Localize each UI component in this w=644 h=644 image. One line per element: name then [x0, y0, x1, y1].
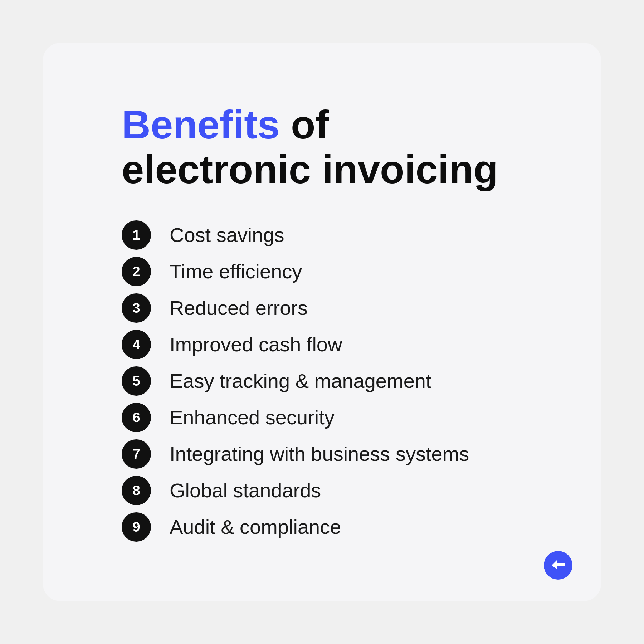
list-item: 3Reduced errors	[122, 293, 522, 323]
list-item: 4Improved cash flow	[122, 330, 522, 359]
item-label: Improved cash flow	[170, 332, 342, 358]
page-title: Benefits of electronic invoicing	[122, 102, 522, 192]
item-label: Time efficiency	[170, 259, 302, 285]
number-badge: 3	[122, 293, 151, 323]
number-badge: 9	[122, 512, 151, 542]
number-badge: 2	[122, 257, 151, 286]
item-label: Enhanced security	[170, 405, 335, 431]
title-highlight: Benefits	[122, 102, 280, 147]
item-label: Global standards	[170, 478, 321, 504]
number-badge: 5	[122, 366, 151, 396]
number-badge: 6	[122, 403, 151, 432]
list-item: 7Integrating with business systems	[122, 439, 522, 469]
list-item: 9Audit & compliance	[122, 512, 522, 542]
number-badge: 1	[122, 220, 151, 250]
number-badge: 7	[122, 439, 151, 469]
number-badge: 8	[122, 476, 151, 505]
list-item: 5Easy tracking & management	[122, 366, 522, 396]
benefits-list: 1Cost savings2Time efficiency3Reduced er…	[122, 220, 522, 542]
item-label: Easy tracking & management	[170, 368, 431, 394]
item-label: Cost savings	[170, 222, 284, 248]
item-label: Reduced errors	[170, 295, 308, 321]
list-item: 1Cost savings	[122, 220, 522, 250]
list-item: 6Enhanced security	[122, 403, 522, 432]
list-item: 8Global standards	[122, 476, 522, 505]
list-item: 2Time efficiency	[122, 257, 522, 286]
item-label: Audit & compliance	[170, 514, 341, 540]
number-badge: 4	[122, 330, 151, 359]
main-card: Benefits of electronic invoicing 1Cost s…	[43, 43, 601, 601]
item-label: Integrating with business systems	[170, 441, 469, 467]
logo	[544, 551, 572, 580]
